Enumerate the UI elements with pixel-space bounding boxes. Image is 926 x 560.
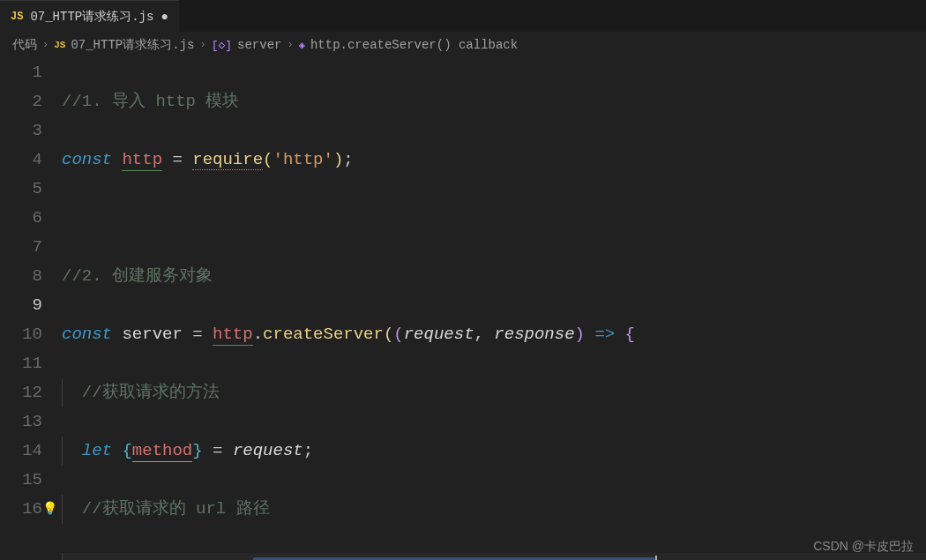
tab-label: 07_HTTP请求练习.js — [30, 9, 153, 25]
line-number: 6 — [0, 204, 42, 233]
line-number: 11 — [0, 349, 42, 378]
lightbulb-icon[interactable]: 💡 — [42, 495, 57, 524]
line-number: 4 — [0, 146, 42, 175]
symbol-method-icon: ◈ — [299, 39, 305, 52]
breadcrumb[interactable]: 代码 › JS 07_HTTP请求练习.js › [◇] server › ◈ … — [0, 32, 926, 58]
breadcrumb-item[interactable]: 代码 — [12, 37, 37, 53]
tab-bar: JS 07_HTTP请求练习.js ● — [0, 0, 926, 32]
bracket: } — [192, 441, 202, 460]
bracket: ( — [384, 325, 393, 344]
js-file-icon: JS — [54, 40, 65, 50]
breadcrumb-item[interactable]: server — [237, 38, 281, 52]
code-line[interactable] — [62, 204, 926, 233]
comment-text: //获取请求的方法 — [82, 383, 220, 402]
arrow: => — [585, 325, 625, 344]
comment-text: //2. 创建服务对象 — [62, 266, 213, 286]
code-line[interactable]: 💡 //获取请求的 url 路径 — [62, 495, 926, 524]
variable-name: http — [122, 150, 162, 171]
modified-indicator-icon: ● — [161, 10, 168, 24]
editor[interactable]: 1 2 3 4 5 6 7 8 9 10 11 12 13 14 15 16 /… — [0, 58, 926, 560]
chevron-right-icon: › — [287, 39, 293, 51]
bracket: { — [122, 441, 131, 460]
comment-text: //1. 导入 http 模块 — [62, 92, 239, 111]
function-call: require — [192, 150, 263, 170]
code-line[interactable]: //获取请求的方法 — [62, 378, 926, 407]
keyword: const — [62, 325, 112, 344]
line-number: 16 — [0, 495, 42, 524]
variable-name: method — [132, 441, 192, 462]
method-call: createServer — [263, 325, 384, 344]
punctuation: , — [474, 325, 495, 344]
line-number: 14 — [0, 437, 42, 466]
breadcrumb-item[interactable]: 07_HTTP请求练习.js — [71, 37, 194, 53]
code-line[interactable]: //2. 创建服务对象 — [62, 262, 926, 291]
code-line[interactable]: let {pathname} = new URL(request.url, 'h… — [62, 553, 926, 560]
js-file-icon: JS — [11, 11, 23, 23]
bracket: ) — [333, 150, 343, 169]
keyword: let — [82, 441, 112, 460]
line-number-gutter: 1 2 3 4 5 6 7 8 9 10 11 12 13 14 15 16 — [0, 58, 62, 560]
keyword: const — [62, 150, 112, 169]
bracket: ( — [263, 150, 273, 169]
operator: = — [183, 325, 213, 344]
line-number: 1 — [0, 58, 42, 87]
line-number: 3 — [0, 116, 42, 146]
line-number: 9 — [0, 291, 42, 320]
line-number: 13 — [0, 407, 42, 437]
bracket: ( — [393, 325, 403, 344]
chevron-right-icon: › — [42, 39, 49, 51]
breadcrumb-item[interactable]: http.createServer() callback — [310, 38, 518, 52]
parameter: response — [494, 325, 574, 344]
line-number: 8 — [0, 262, 42, 291]
bracket: { — [625, 325, 635, 344]
chevron-right-icon: › — [199, 39, 205, 51]
variable-name: server — [122, 325, 182, 344]
watermark-text: CSDN @卡皮巴拉 — [813, 539, 914, 555]
line-number: 7 — [0, 233, 42, 262]
code-line[interactable]: const http = require('http'); — [62, 146, 926, 175]
line-number: 15 — [0, 466, 42, 495]
operator: = — [162, 150, 192, 169]
symbol-variable-icon: [◇] — [212, 38, 232, 52]
code-line[interactable]: const server = http.createServer((reques… — [62, 320, 926, 349]
operator: = — [203, 441, 233, 460]
bracket: ) — [575, 325, 585, 344]
punctuation: ; — [343, 150, 353, 169]
tab-active[interactable]: JS 07_HTTP请求练习.js ● — [0, 0, 179, 32]
code-line[interactable]: //1. 导入 http 模块 — [62, 87, 926, 116]
comment-text: //获取请求的 url 路径 — [82, 499, 270, 519]
code-area[interactable]: //1. 导入 http 模块 const http = require('ht… — [62, 58, 926, 560]
line-number: 10 — [0, 320, 42, 349]
line-number: 2 — [0, 87, 42, 116]
punctuation: ; — [303, 441, 313, 460]
string-literal: 'http' — [273, 150, 332, 169]
object-ref: http — [213, 325, 253, 346]
code-line[interactable]: let {method} = request; — [62, 437, 926, 466]
line-number: 12 — [0, 378, 42, 407]
line-number: 5 — [0, 175, 42, 204]
parameter: request — [404, 325, 474, 344]
punctuation: . — [253, 325, 263, 344]
variable-ref: request — [233, 441, 303, 460]
